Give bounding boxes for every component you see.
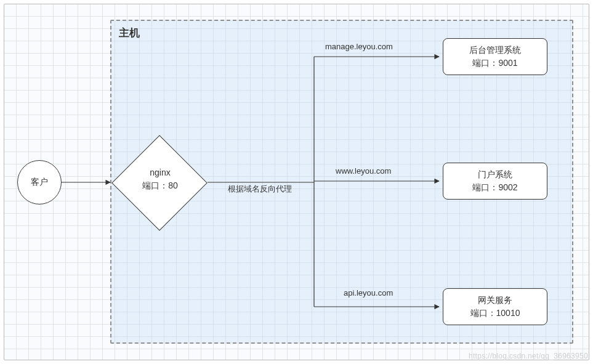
nginx-port: 端口：80 — [111, 179, 209, 192]
client-node: 客户 — [17, 160, 62, 204]
host-title: 主机 — [119, 26, 140, 40]
domain-api-label: api.leyou.com — [344, 288, 393, 297]
proxy-label: 根据域名反向代理 — [228, 184, 292, 195]
domain-manage-label: manage.leyou.com — [325, 42, 393, 51]
service-portal-port: 端口：9002 — [472, 181, 517, 194]
service-manage-port: 端口：9001 — [472, 57, 517, 70]
service-portal-name: 门户系统 — [478, 168, 512, 181]
service-manage-name: 后台管理系统 — [469, 44, 521, 57]
service-gateway-port: 端口：10010 — [470, 307, 520, 320]
nginx-label: nginx 端口：80 — [111, 166, 209, 192]
service-portal: 门户系统 端口：9002 — [443, 163, 547, 200]
nginx-name: nginx — [111, 166, 209, 179]
client-label: 客户 — [31, 177, 48, 188]
service-gateway-name: 网关服务 — [478, 294, 512, 307]
service-gateway: 网关服务 端口：10010 — [443, 288, 547, 325]
domain-www-label: www.leyou.com — [336, 166, 391, 176]
watermark: https://blog.csdn.net/qq_36963950 — [469, 352, 588, 360]
service-manage: 后台管理系统 端口：9001 — [443, 38, 547, 75]
